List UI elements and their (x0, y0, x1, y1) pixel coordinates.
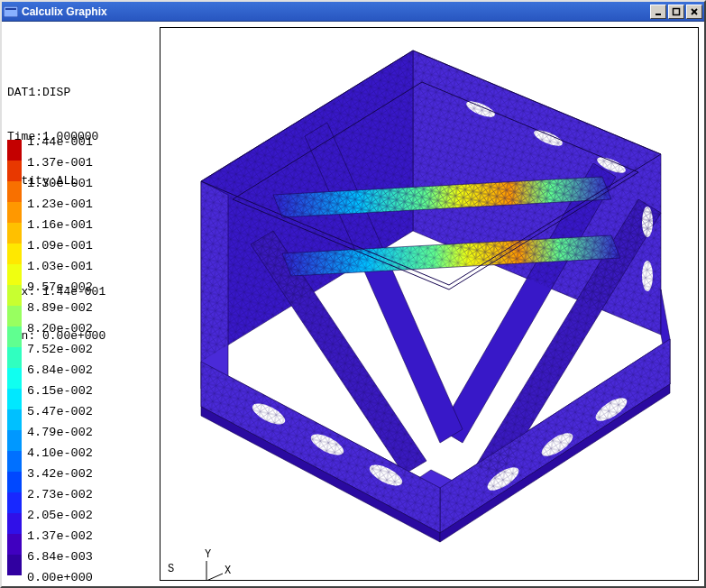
legend-color-segment (7, 409, 22, 430)
legend-value-label: 4.79e-002 (27, 422, 93, 443)
client-area: DAT1:DISP Time:1.000000 Entity:ALL max: … (2, 22, 704, 586)
legend-color-segment (7, 534, 22, 555)
legend-value-label: 1.23e-001 (27, 194, 93, 215)
legend-value-label: 1.09e-001 (27, 235, 93, 256)
axis-y-label: Y (205, 548, 211, 561)
legend-value-label: 1.16e-001 (27, 215, 93, 235)
svg-rect-0 (4, 6, 18, 17)
legend-color-segment (7, 513, 22, 534)
app-icon (4, 5, 18, 19)
legend-color-segment (7, 347, 22, 368)
axis-x-label: X (225, 565, 231, 577)
legend-color-segment (7, 430, 22, 451)
minimize-button[interactable] (650, 5, 666, 19)
fea-model (160, 28, 699, 581)
legend-value-label: 3.42e-002 (27, 464, 93, 484)
legend-color-segment (7, 451, 22, 472)
legend-value-label: 2.73e-002 (27, 484, 93, 505)
maximize-icon (672, 7, 681, 16)
close-button[interactable] (686, 5, 702, 19)
svg-rect-3 (674, 8, 680, 14)
legend-color-segment (7, 243, 22, 264)
legend-value-label: 6.84e-003 (27, 547, 93, 567)
titlebar[interactable]: Calculix Graphix (2, 2, 704, 22)
legend-value-label: 5.47e-002 (27, 401, 93, 422)
legend-color-segment (7, 140, 22, 161)
window-title: Calculix Graphix (22, 5, 650, 18)
legend-labels: 1.44e-0011.37e-0011.30e-0011.23e-0011.16… (27, 132, 93, 588)
legend-value-label: 8.20e-002 (27, 318, 93, 339)
legend-value-label: 6.84e-002 (27, 360, 93, 381)
color-legend: 1.44e-0011.37e-0011.30e-0011.23e-0011.16… (7, 132, 93, 588)
legend-color-segment (7, 368, 22, 389)
legend-value-label: 0.00e+000 (27, 567, 93, 588)
legend-color-segment (7, 389, 22, 409)
legend-value-label: 1.30e-001 (27, 173, 93, 194)
legend-color-segment (7, 326, 22, 347)
legend-color-segment (7, 181, 22, 202)
legend-color-segment (7, 264, 22, 285)
legend-color-segment (7, 161, 22, 181)
legend-value-label: 6.15e-002 (27, 381, 93, 401)
svg-line-18 (206, 574, 223, 581)
legend-value-label: 1.37e-002 (27, 526, 93, 547)
legend-value-label: 1.44e-001 (27, 132, 93, 152)
legend-color-segment (7, 223, 22, 243)
legend-color-segment (7, 492, 22, 513)
legend-value-label: 1.37e-001 (27, 152, 93, 173)
legend-colorbar (7, 140, 22, 575)
legend-value-label: 2.05e-002 (27, 505, 93, 526)
legend-value-label: 9.57e-002 (27, 277, 93, 298)
legend-color-segment (7, 306, 22, 326)
legend-value-label: 7.52e-002 (27, 339, 93, 360)
viewport-marker: S (168, 563, 174, 575)
legend-color-segment (7, 472, 22, 492)
legend-color-segment (7, 555, 22, 575)
minimize-icon (654, 7, 663, 16)
legend-color-segment (7, 285, 22, 306)
application-window: Calculix Graphix DAT1:DISP Time:1.000000… (0, 0, 706, 588)
close-icon (690, 7, 699, 16)
svg-rect-1 (5, 8, 16, 10)
legend-value-label: 4.10e-002 (27, 443, 93, 464)
window-controls (650, 5, 702, 19)
legend-color-segment (7, 202, 22, 223)
dataset-label: DAT1:DISP (7, 86, 154, 100)
legend-value-label: 1.03e-001 (27, 256, 93, 277)
legend-value-label: 8.89e-002 (27, 298, 93, 318)
maximize-button[interactable] (668, 5, 684, 19)
fea-viewport[interactable]: Y X Z S (160, 27, 699, 581)
